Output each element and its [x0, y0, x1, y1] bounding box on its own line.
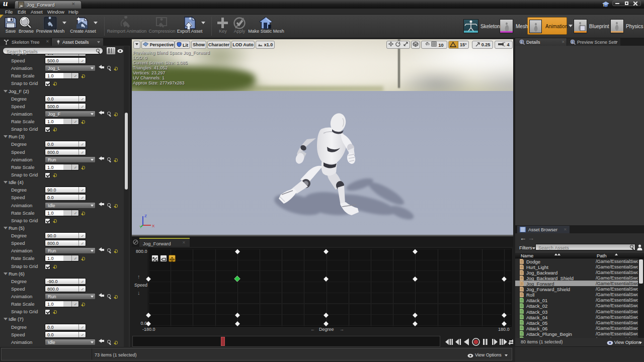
- svg-text:Z: Z: [144, 214, 147, 218]
- svg-text:Y: Y: [139, 225, 142, 228]
- svg-text:i: i: [572, 40, 573, 44]
- svg-text:X: X: [152, 224, 155, 228]
- svg-text:i: i: [521, 40, 522, 44]
